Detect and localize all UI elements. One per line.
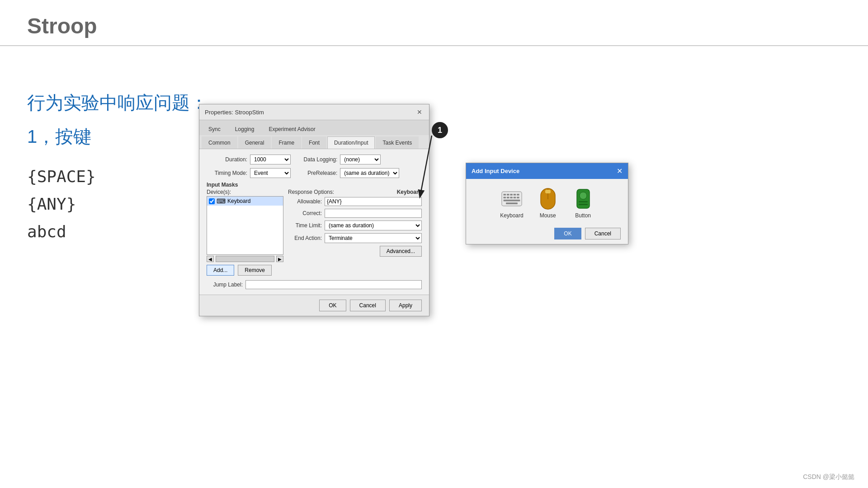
response-options-label: Response Options: [288, 189, 334, 195]
dialog-close-button[interactable]: ✕ [415, 108, 424, 116]
add-button[interactable]: Add... [207, 265, 234, 276]
add-input-device-dialog: Add Input Device ✕ [466, 163, 628, 244]
add-device-cancel-button[interactable]: Cancel [585, 228, 621, 239]
allowable-label: Allowable: [288, 198, 322, 205]
header-divider [0, 45, 868, 46]
ok-button[interactable]: OK [319, 300, 346, 311]
add-device-close-button[interactable]: ✕ [617, 167, 623, 175]
tab-duration-input[interactable]: Duration/Input [327, 136, 375, 149]
listbox-scrollbar: ◀ ▶ [207, 256, 283, 262]
code-item-3: abcd [27, 222, 208, 241]
left-column: Device(s): ⌨ Keyboard ◀ ▶ [207, 189, 283, 276]
right-column: Response Options: Keyboard Allowable: Co… [288, 189, 422, 276]
data-logging-select[interactable]: (none) [340, 155, 381, 164]
button-icon [572, 188, 594, 210]
tab-common[interactable]: Common [202, 136, 237, 149]
scroll-right-btn[interactable]: ▶ [276, 256, 283, 262]
device-item-keyboard[interactable]: ⌨ Keyboard [207, 197, 283, 206]
tab-experiment-advisor[interactable]: Experiment Advisor [262, 123, 322, 135]
correct-label: Correct: [288, 210, 322, 216]
advanced-button[interactable]: Advanced... [380, 246, 422, 257]
svg-rect-3 [504, 194, 506, 196]
dialog-footer: OK Cancel Apply [199, 295, 429, 316]
data-logging-label: Data Logging: [297, 156, 337, 163]
annotation-1: 1 [432, 122, 448, 138]
apply-button[interactable]: Apply [389, 300, 422, 311]
duration-select[interactable]: 1000 [250, 155, 291, 164]
two-col-section: Device(s): ⌨ Keyboard ◀ ▶ [207, 189, 422, 276]
svg-rect-21 [579, 204, 588, 205]
svg-line-0 [420, 136, 432, 194]
svg-rect-8 [504, 197, 506, 198]
svg-rect-5 [510, 194, 513, 196]
dialog-titlebar: Properties: StroopStim ✕ [199, 104, 429, 120]
annotation-arrow [407, 131, 466, 208]
svg-rect-4 [507, 194, 509, 196]
scroll-track[interactable] [216, 256, 274, 262]
time-limit-select[interactable]: (same as duration) [325, 221, 422, 230]
end-action-label: End Action: [288, 235, 322, 241]
svg-rect-6 [514, 194, 516, 196]
end-action-select[interactable]: Terminate [325, 233, 422, 243]
keyboard-label: Keyboard [227, 198, 250, 204]
page-header: Stroop [0, 0, 868, 45]
add-remove-buttons: Add... Remove [207, 265, 283, 276]
svg-rect-20 [579, 201, 588, 202]
tab-frame[interactable]: Frame [272, 136, 301, 149]
device-option-mouse[interactable]: Mouse [537, 188, 559, 219]
allowable-row: Allowable: [288, 197, 422, 206]
cancel-button[interactable]: Cancel [350, 300, 386, 311]
timing-mode-label: Timing Mode: [207, 170, 247, 176]
response-header: Response Options: Keyboard [288, 189, 422, 195]
jump-label-label: Jump Label: [207, 282, 243, 288]
correct-input[interactable] [325, 209, 422, 218]
mouse-option-label: Mouse [540, 212, 556, 219]
prerelease-select[interactable]: (same as duration) [340, 168, 399, 178]
mouse-icon [537, 188, 559, 210]
svg-rect-14 [506, 202, 518, 204]
left-content: 行为实验中响应问题： 1，按键 {SPACE} {ANY} abcd [27, 90, 208, 250]
code-item-2: {ANY} [27, 195, 208, 213]
jump-label-input[interactable] [245, 280, 422, 289]
add-device-ok-button[interactable]: OK [554, 228, 581, 239]
add-device-titlebar: Add Input Device ✕ [466, 163, 628, 179]
keyboard-list-icon: ⌨ [217, 197, 226, 205]
device-listbox[interactable]: ⌨ Keyboard [207, 196, 283, 255]
svg-point-19 [580, 192, 587, 199]
remove-button[interactable]: Remove [238, 265, 272, 276]
tab-general[interactable]: General [238, 136, 271, 149]
chinese-heading: 行为实验中响应问题： [27, 90, 208, 115]
add-device-title: Add Input Device [472, 168, 519, 174]
csdn-watermark: CSDN @梁小懿懿 [803, 473, 854, 481]
jump-label-row: Jump Label: [207, 280, 422, 289]
svg-rect-12 [517, 197, 519, 198]
top-tab-row: Sync Logging Experiment Advisor [199, 120, 429, 135]
keyboard-option-label: Keyboard [500, 212, 523, 219]
svg-rect-17 [545, 190, 551, 193]
timing-mode-select[interactable]: Event [250, 168, 291, 178]
time-limit-label: Time Limit: [288, 222, 322, 229]
time-limit-row: Time Limit: (same as duration) [288, 221, 422, 230]
keyboard-checkbox[interactable] [209, 198, 215, 204]
tab-font[interactable]: Font [302, 136, 326, 149]
dialog-title: Properties: StroopStim [205, 109, 264, 116]
end-action-row: End Action: Terminate [288, 233, 422, 243]
duration-label: Duration: [207, 156, 247, 163]
device-option-keyboard[interactable]: Keyboard [500, 188, 523, 219]
timing-mode-row: Timing Mode: Event PreRelease: (same as … [207, 168, 422, 178]
scroll-left-btn[interactable]: ◀ [207, 256, 214, 262]
input-masks-label: Input Masks [207, 182, 422, 188]
button-option-label: Button [575, 212, 591, 219]
tab-sync[interactable]: Sync [202, 123, 227, 135]
duration-row: Duration: 1000 Data Logging: (none) [207, 155, 422, 164]
properties-dialog: Properties: StroopStim ✕ Sync Logging Ex… [199, 104, 429, 316]
devices-label: Device(s): [207, 189, 283, 195]
device-option-button[interactable]: Button [572, 188, 594, 219]
prerelease-label: PreRelease: [297, 170, 337, 176]
svg-rect-11 [514, 197, 516, 198]
bottom-tab-row: Common General Frame Font Duration/Input… [199, 135, 429, 149]
svg-rect-10 [510, 197, 513, 198]
add-device-footer: OK Cancel [466, 223, 628, 244]
tab-logging[interactable]: Logging [228, 123, 261, 135]
keyboard-icon [501, 188, 523, 210]
